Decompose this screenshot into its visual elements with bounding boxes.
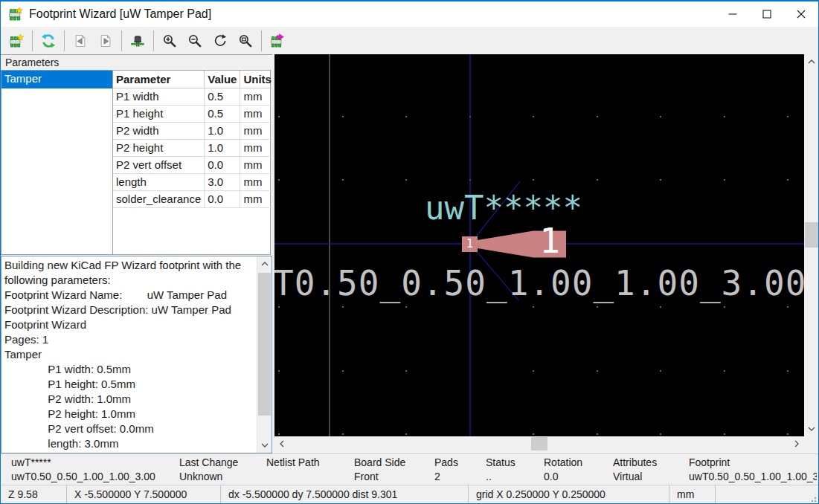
footprint-wizard-window: Footprint Wizard [uW Tamper Pad]: [0, 0, 819, 504]
pad-1-number-large: 1: [533, 224, 566, 258]
zoom-fit-button[interactable]: [234, 29, 257, 53]
param-value[interactable]: 0.5: [205, 105, 240, 122]
show-module-button[interactable]: [126, 29, 150, 53]
export-footprint-button[interactable]: [266, 29, 289, 53]
canvas-vertical-scrollbar[interactable]: [804, 54, 819, 436]
canvas-horizontal-scrollbar[interactable]: [274, 436, 804, 451]
attributes-field: AttributesVirtual: [613, 456, 657, 485]
resize-grip[interactable]: [809, 494, 816, 502]
footprint-wizard-icon: [9, 31, 24, 51]
scroll-left-icon[interactable]: [274, 436, 289, 451]
footprint-wizard-app-icon: [8, 7, 23, 22]
table-row: P2 width 1.0 mm: [113, 122, 274, 139]
parameter-table-header-row: Parameter Value Units: [113, 71, 274, 88]
table-row: P1 width 0.5 mm: [113, 88, 274, 105]
previous-page-button[interactable]: [68, 29, 92, 53]
wizard-build-messages: Building new KiCad FP Wizard footprint w…: [4, 258, 254, 451]
rotation-field: Rotation0.0: [544, 456, 582, 485]
table-row: length 3.0 mm: [113, 173, 274, 190]
select-wizard-button[interactable]: [4, 29, 28, 53]
param-units: mm: [240, 122, 274, 139]
table-row: P2 vert offset 0.0 mm: [113, 156, 274, 173]
message-panel: Building new KiCad FP Wizard footprint w…: [1, 256, 272, 453]
zoom-level-cell: Z 9.58: [1, 485, 66, 504]
param-value[interactable]: 3.0: [205, 173, 240, 190]
zoom-out-button[interactable]: [183, 29, 207, 53]
scroll-down-icon[interactable]: [257, 438, 272, 453]
param-units: mm: [240, 105, 274, 122]
page-list-item-tamper[interactable]: Tamper: [1, 71, 112, 88]
col-header-value: Value: [205, 71, 240, 88]
close-icon: [797, 10, 806, 19]
status-field: Status..: [486, 456, 516, 485]
scroll-down-icon[interactable]: [804, 421, 819, 436]
redraw-view-button[interactable]: [208, 29, 232, 53]
param-value[interactable]: 0.0: [205, 156, 240, 173]
footprint-value-text: T0.50_0.50_1.00_1.00_3.00: [274, 263, 804, 303]
table-row: P1 height 0.5 mm: [113, 105, 274, 122]
param-units: mm: [240, 139, 274, 156]
scrollbar-thumb[interactable]: [531, 437, 547, 450]
netlist-path-field: Netlist Path: [266, 456, 320, 485]
scrollbar-thumb[interactable]: [805, 222, 818, 248]
previous-page-icon: [73, 31, 88, 51]
maximize-button[interactable]: [750, 1, 784, 27]
zoom-in-icon: [162, 31, 177, 51]
parameters-panel-title: Parameters: [1, 54, 272, 70]
preview-area: uwT***** T0.50_0.50_1.00_1.00_3.00 1 1: [272, 54, 819, 453]
param-name: solder_clearance: [113, 190, 205, 207]
param-value[interactable]: 1.0: [205, 139, 240, 156]
board-side-field: Board SideFront: [354, 456, 405, 485]
main-toolbar: [1, 27, 818, 54]
scrollbar-corner: [804, 436, 819, 451]
col-header-units: Units: [240, 71, 274, 88]
last-change-field: Last ChangeUnknown: [179, 456, 238, 485]
scroll-up-icon[interactable]: [804, 54, 819, 69]
param-units: mm: [240, 88, 274, 105]
refresh-icon: [41, 31, 56, 51]
col-header-parameter: Parameter: [113, 71, 205, 88]
scroll-up-icon[interactable]: [257, 256, 272, 271]
minimize-icon: [728, 10, 737, 19]
grid-setting-cell: grid X 0.250000 Y 0.250000: [468, 485, 669, 504]
message-scrollbar[interactable]: [257, 256, 272, 453]
param-name: length: [113, 173, 205, 190]
title-bar: Footprint Wizard [uW Tamper Pad]: [1, 1, 818, 27]
toolbar-separator: [153, 30, 154, 51]
footprint-info-bar: uwT*****uwT0.50_0.50_1.00_1.00_3.00 Last…: [1, 453, 818, 485]
minimize-button[interactable]: [716, 1, 750, 27]
table-row: P2 height 1.0 mm: [113, 139, 274, 156]
footprint-preview-canvas[interactable]: uwT***** T0.50_0.50_1.00_1.00_3.00 1 1: [274, 54, 804, 436]
toolbar-separator: [261, 30, 262, 51]
table-row: solder_clearance 0.0 mm: [113, 190, 274, 207]
toolbar-separator: [121, 30, 122, 51]
update-footprint-button[interactable]: [36, 29, 60, 53]
zoom-fit-icon: [238, 31, 253, 51]
next-page-button[interactable]: [94, 29, 118, 53]
param-name: P1 height: [113, 105, 205, 122]
param-value[interactable]: 1.0: [205, 122, 240, 139]
param-name: P2 vert offset: [113, 156, 205, 173]
footprint-name-field: FootprintuwT0.50_0.50_1.00_1.00_3.0: [689, 456, 817, 485]
export-footprint-icon: [270, 31, 285, 51]
param-units: mm: [240, 173, 274, 190]
toolbar-separator: [32, 30, 33, 51]
parameter-table: Parameter Value Units P1 width 0.5 mm P1…: [112, 70, 271, 255]
param-value[interactable]: 0.5: [205, 88, 240, 105]
parameters-panel: Parameters Tamper Parameter Value Units …: [1, 54, 272, 453]
scroll-right-icon[interactable]: [789, 436, 804, 451]
param-name: P2 height: [113, 139, 205, 156]
status-bar: Z 9.58 X -5.500000 Y 7.500000 dx -5.5000…: [1, 485, 818, 504]
param-name: P2 width: [113, 122, 205, 139]
close-button[interactable]: [784, 1, 818, 27]
zoom-in-button[interactable]: [158, 29, 182, 53]
relative-position-cell: dx -5.500000 dy 7.500000 dist 9.301: [220, 485, 468, 504]
param-name: P1 width: [113, 88, 205, 105]
scrollbar-thumb[interactable]: [258, 273, 271, 416]
param-units: mm: [240, 190, 274, 207]
param-value[interactable]: 0.0: [205, 190, 240, 207]
window-title: Footprint Wizard [uW Tamper Pad]: [29, 7, 716, 21]
next-page-icon: [98, 31, 113, 51]
pad-1-number-small: 1: [462, 236, 478, 252]
wizard-page-list: Tamper: [1, 70, 112, 255]
